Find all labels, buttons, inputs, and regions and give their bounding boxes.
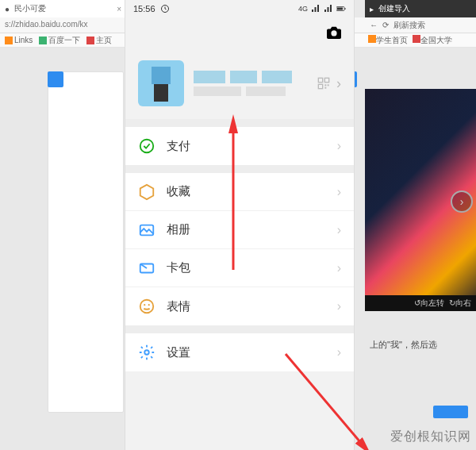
svg-rect-7 xyxy=(318,84,322,88)
svg-point-11 xyxy=(140,140,154,153)
svg-rect-2 xyxy=(337,8,343,10)
chevron-right-icon: › xyxy=(337,345,341,360)
settings-icon xyxy=(138,344,155,361)
svg-point-17 xyxy=(144,350,149,355)
qr-icon[interactable] xyxy=(317,77,330,90)
menu-item-album[interactable]: 相册 › xyxy=(125,211,354,249)
menu-item-label: 卡包 xyxy=(167,260,337,275)
menu-item-settings[interactable]: 设置 › xyxy=(125,333,354,371)
svg-rect-10 xyxy=(324,87,326,89)
chevron-right-icon: › xyxy=(337,261,341,275)
album-icon xyxy=(138,221,155,239)
svg-point-16 xyxy=(148,304,150,306)
back-icon[interactable]: ← xyxy=(370,21,378,29)
bookmark-item[interactable]: 学生首页 xyxy=(368,35,408,45)
left-panel-icon[interactable] xyxy=(48,71,63,87)
menu-item-favorites[interactable]: 收藏 › xyxy=(125,173,354,211)
menu-item-label: 支付 xyxy=(167,139,337,154)
menu-item-label: 收藏 xyxy=(167,184,337,199)
svg-rect-6 xyxy=(324,78,328,82)
svg-rect-9 xyxy=(328,84,329,86)
menu-list: 设置 › xyxy=(125,333,354,371)
article-text: 上的"我"，然后选 xyxy=(365,333,476,357)
profile-text xyxy=(194,71,308,96)
menu-item-label: 设置 xyxy=(167,345,337,360)
blue-button[interactable] xyxy=(433,406,468,418)
right-bookmarks: 学生首页 全国大学 xyxy=(365,33,476,48)
status-time: 15:56 xyxy=(133,4,155,13)
battery-icon xyxy=(336,4,346,13)
chevron-right-icon: › xyxy=(337,299,341,313)
bookmark-item[interactable]: Links xyxy=(5,35,33,45)
video-controls: ↺向左转 ↻向右 xyxy=(365,295,476,311)
tab-close-icon[interactable]: × xyxy=(117,5,121,13)
chevron-right-icon: › xyxy=(337,223,341,237)
svg-rect-3 xyxy=(345,8,346,10)
menu-item-cards[interactable]: 卡包 › xyxy=(125,249,354,287)
svg-point-4 xyxy=(331,30,336,36)
svg-rect-8 xyxy=(324,84,326,86)
svg-point-14 xyxy=(140,300,154,313)
chevron-right-icon: › xyxy=(336,75,341,92)
right-toolbar: ← ⟳ 刷新搜索 xyxy=(365,17,476,33)
clock-icon xyxy=(160,4,170,13)
phone-screen: 15:56 4G › 支付 › xyxy=(125,0,354,450)
pay-icon xyxy=(138,137,155,155)
menu-list: 支付 › xyxy=(125,127,354,165)
favorites-icon xyxy=(138,183,155,201)
bookmark-item[interactable]: 全国大学 xyxy=(413,35,452,45)
cards-icon xyxy=(138,260,155,277)
browser-tab[interactable]: ● 民小可爱 × xyxy=(0,0,127,17)
menu-item-pay[interactable]: 支付 › xyxy=(125,127,354,165)
svg-point-15 xyxy=(144,304,145,306)
status-bar: 15:56 4G xyxy=(125,0,354,17)
rotate-right-button[interactable]: ↻向右 xyxy=(449,298,471,309)
status-network: 4G xyxy=(298,5,308,13)
chevron-right-icon: › xyxy=(337,185,341,199)
stickers-icon xyxy=(138,298,155,315)
chevron-right-icon: › xyxy=(337,139,341,153)
refresh-icon[interactable]: ⟳ xyxy=(382,21,389,29)
top-bar xyxy=(125,17,354,48)
avatar xyxy=(138,60,184,106)
refresh-label: 刷新搜索 xyxy=(393,20,425,31)
profile-row[interactable]: › xyxy=(125,48,354,119)
tab-title: 民小可爱 xyxy=(14,3,46,14)
signal-icon xyxy=(311,4,321,13)
rotate-left-button[interactable]: ↺向左转 xyxy=(414,298,444,309)
signal-icon xyxy=(324,4,333,13)
svg-rect-5 xyxy=(318,78,322,82)
menu-list: 收藏 › 相册 › 卡包 › 表情 › xyxy=(125,173,354,325)
video-next-icon[interactable]: › xyxy=(451,190,473,213)
tab-favicon: ● xyxy=(5,5,10,13)
menu-item-label: 表情 xyxy=(167,299,337,314)
bookmark-item[interactable]: 主页 xyxy=(86,35,112,45)
right-window-tab: ▸创建导入 xyxy=(365,0,476,17)
menu-item-label: 相册 xyxy=(167,222,337,237)
bookmark-item[interactable]: 百度一下 xyxy=(39,35,80,45)
left-panel xyxy=(48,71,124,413)
camera-icon[interactable] xyxy=(325,25,343,40)
menu-item-stickers[interactable]: 表情 › xyxy=(125,287,354,325)
watermark: 爱创根知识网 xyxy=(390,429,471,445)
